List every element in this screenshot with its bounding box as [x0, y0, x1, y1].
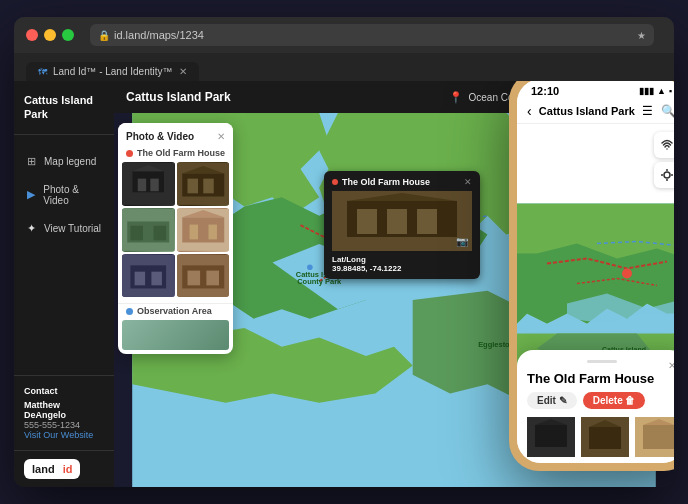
popup-red-dot: [332, 179, 338, 185]
svg-rect-25: [189, 224, 197, 239]
photo-panel-close-button[interactable]: ✕: [217, 131, 225, 142]
photo-panel-header: Photo & Video ✕: [118, 123, 233, 146]
map-popup-header: The Old Farm House ✕: [332, 177, 472, 187]
svg-rect-57: [643, 425, 674, 449]
nav-label-map-legend: Map legend: [44, 156, 96, 167]
svg-rect-51: [535, 425, 567, 447]
nav-label-photo-video: Photo & Video: [43, 184, 104, 206]
svg-point-43: [622, 269, 632, 279]
back-button[interactable]: ‹: [527, 103, 532, 119]
phone-nav: ‹ Cattus Island Park ☰ 🔍: [517, 99, 674, 124]
map-popup: The Old Farm House ✕ 📷 Lat/Long 39.88485…: [324, 171, 480, 279]
contact-phone: 555-555-1234: [24, 420, 104, 430]
map-popup-close-button[interactable]: ✕: [464, 177, 472, 187]
bs-photo-2[interactable]: [581, 417, 629, 457]
svg-rect-39: [387, 209, 407, 234]
farm-section-label: The Old Farm House: [137, 148, 225, 158]
svg-rect-24: [182, 217, 224, 242]
svg-rect-40: [417, 209, 437, 234]
svg-rect-26: [208, 224, 216, 239]
phone-status-bar: 12:10 ▮▮▮ ▲ ▪: [517, 81, 674, 99]
sidebar-item-map-legend[interactable]: ⊞ Map legend: [14, 147, 114, 176]
contact-website-link[interactable]: Visit Our Website: [24, 430, 104, 440]
tab-label: Land Id™ - Land Identity™ S...: [53, 66, 173, 77]
lat-label: Lat/Long: [332, 255, 366, 264]
bottom-sheet-actions: Edit ✎ Delete 🗑: [527, 392, 674, 409]
phone-nav-icons: ☰ 🔍: [642, 104, 674, 118]
photo-thumb-4[interactable]: [177, 208, 230, 252]
svg-rect-54: [589, 427, 621, 449]
nav-label-tutorial: View Tutorial: [44, 223, 101, 234]
photo-panel: Photo & Video ✕ The Old Farm House: [118, 123, 233, 354]
menu-icon[interactable]: ☰: [642, 104, 653, 118]
minimize-button[interactable]: [44, 29, 56, 41]
photo-grid: [118, 162, 233, 301]
signal-icon: ▮▮▮: [639, 86, 654, 96]
sidebar-contact: Contact Matthew DeAngelo 555-555-1234 Vi…: [14, 375, 114, 450]
tab-close-icon[interactable]: ✕: [179, 66, 187, 77]
bottom-sheet-close-button[interactable]: ✕: [668, 360, 674, 371]
map-popup-title-row: The Old Farm House: [332, 177, 430, 187]
bs-photo-1[interactable]: [527, 417, 575, 457]
tab-bar: 🗺 Land Id™ - Land Identity™ S... ✕: [14, 53, 674, 81]
edit-button[interactable]: Edit ✎: [527, 392, 577, 409]
svg-rect-35: [206, 270, 219, 285]
play-icon: ▶: [24, 188, 37, 201]
grid-icon: ⊞: [24, 155, 38, 168]
photo-panel-title: Photo & Video: [126, 131, 194, 142]
battery-icon: ▪: [669, 86, 672, 96]
photo-thumb-3[interactable]: [122, 208, 175, 252]
red-dot-icon: [126, 150, 133, 157]
close-button[interactable]: [26, 29, 38, 41]
delete-button[interactable]: Delete 🗑: [583, 392, 646, 409]
land-id-logo: land id: [24, 459, 80, 479]
farm-house-section: The Old Farm House: [118, 146, 233, 162]
sidebar-header: Cattus Island Park: [14, 81, 114, 135]
phone-mockup: 12:10 ▮▮▮ ▲ ▪ ‹ Cattus Island Park ☰: [509, 81, 674, 471]
contact-heading: Contact: [24, 386, 104, 396]
bs-photo-3[interactable]: [635, 417, 674, 457]
sidebar-item-tutorial[interactable]: ✦ View Tutorial: [14, 214, 114, 243]
phone-bottom-sheet: ✕ The Old Farm House Edit ✎ Delete 🗑: [517, 350, 674, 463]
url-bar[interactable]: 🔒 id.land/maps/1234 ★: [90, 24, 654, 46]
svg-rect-21: [130, 225, 143, 240]
browser-window: 🔒 id.land/maps/1234 ★ 🗺 Land Id™ - Land …: [14, 17, 674, 487]
photo-thumb-5[interactable]: [122, 254, 175, 298]
url-text: id.land/maps/1234: [114, 29, 204, 41]
svg-rect-38: [357, 209, 377, 234]
maximize-button[interactable]: [62, 29, 74, 41]
location-map-icon[interactable]: [654, 162, 674, 188]
map-app-title: Cattus Island Park: [126, 90, 231, 104]
location-pin-icon: 📍: [449, 91, 463, 104]
photo-thumb-2[interactable]: [177, 162, 230, 206]
search-icon[interactable]: 🔍: [661, 104, 674, 118]
wifi-icon: ▲: [657, 86, 666, 96]
obs-section-label: Observation Area: [137, 306, 212, 316]
obs-photo-thumb[interactable]: [122, 320, 229, 350]
browser-chrome: 🔒 id.land/maps/1234 ★: [14, 17, 674, 53]
star-icon: ✦: [24, 222, 38, 235]
svg-rect-17: [203, 179, 214, 194]
svg-rect-30: [135, 271, 146, 285]
map-area: Cattus Island Park 📍 Ocean County , New …: [114, 81, 674, 487]
bottom-sheet-title: The Old Farm House: [527, 371, 674, 386]
active-tab[interactable]: 🗺 Land Id™ - Land Identity™ S... ✕: [26, 62, 199, 81]
wifi-map-icon: [654, 132, 674, 158]
svg-point-45: [664, 172, 670, 178]
photo-thumb-6[interactable]: [177, 254, 230, 298]
svg-rect-22: [154, 225, 167, 240]
svg-rect-16: [187, 179, 198, 194]
traffic-lights: [26, 29, 74, 41]
sidebar: Cattus Island Park ⊞ Map legend ▶ Photo …: [14, 81, 114, 487]
camera-icon: 📷: [456, 236, 468, 247]
phone-time: 12:10: [531, 85, 559, 97]
sidebar-item-photo-video[interactable]: ▶ Photo & Video: [14, 176, 114, 214]
phone-map[interactable]: Cattus Island: [517, 124, 674, 463]
sidebar-logo: land id: [14, 450, 114, 487]
phone-map-controls: [654, 132, 674, 188]
photo-thumb-1[interactable]: [122, 162, 175, 206]
map-popup-coords: Lat/Long 39.88485, -74.1222: [332, 255, 472, 273]
app-title: Cattus Island Park: [24, 93, 104, 122]
svg-rect-11: [138, 179, 146, 192]
sidebar-nav: ⊞ Map legend ▶ Photo & Video ✦ View Tuto…: [14, 135, 114, 375]
